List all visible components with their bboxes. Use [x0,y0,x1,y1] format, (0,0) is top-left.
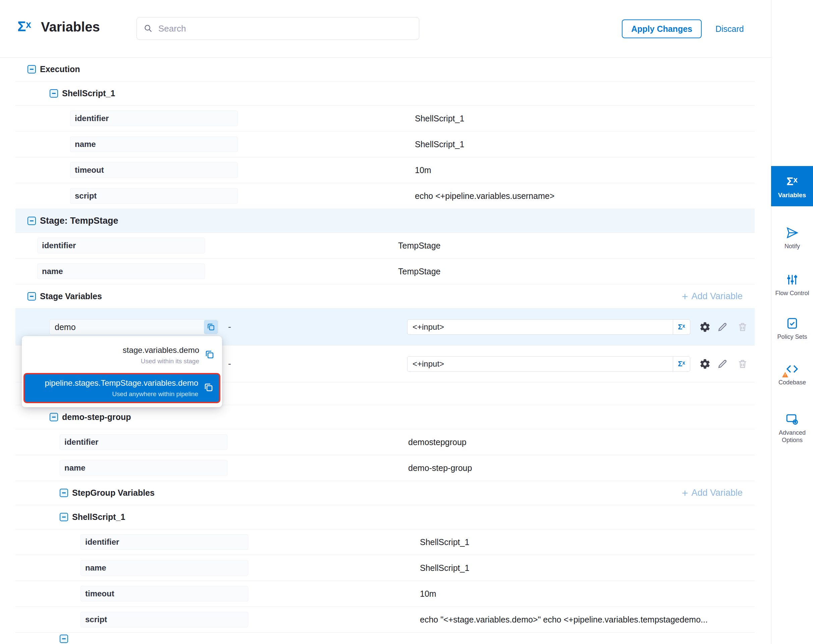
copy-icon[interactable] [204,382,214,394]
field-name: script [80,612,248,627]
codebase-icon: ! [785,362,799,376]
delete-icon[interactable] [736,358,749,370]
edit-icon[interactable] [716,358,729,370]
group-row: ShellScript_1 [15,81,755,106]
field-name: identifier [80,534,248,550]
reference-scope: Used anywhere within pipeline [44,390,198,398]
flow-icon [786,273,799,287]
runtime-input-icon[interactable]: Σˣ [673,357,690,371]
sidebar-item-policy-sets[interactable]: Policy Sets [772,316,813,340]
minus-glyph [30,69,34,70]
collapse-icon[interactable] [60,635,68,643]
group-row: Execution [15,57,755,81]
collapse-icon[interactable] [28,65,36,74]
collapse-icon[interactable] [50,89,58,98]
sidebar-item-advanced-options[interactable]: Advanced Options [772,412,813,444]
reference-path: stage.variables.demo [123,345,199,355]
search-box[interactable] [137,17,419,40]
add-variable-button[interactable]: +Add Variable [682,284,742,308]
sidebar-item-codebase[interactable]: !Codebase [772,362,813,386]
required-separator: - [228,345,231,382]
group-row: ShellScript_1 [15,505,755,529]
plus-icon: + [682,291,688,302]
field-row: identifierdemostepgroup [15,429,755,455]
group-label: ShellScript_1 [62,89,115,98]
variable-value-text: <+input> [408,322,673,332]
group-label: Execution [40,64,80,74]
sidebar-item-label: Flow Control [775,290,809,297]
variable-reference-item[interactable]: stage.variables.demo Used within its sta… [22,340,222,370]
variables-logo-icon: Σˣ [17,20,31,34]
delete-icon[interactable] [736,321,749,333]
collapse-icon[interactable] [28,292,36,301]
stage-header-row: Stage: TempStage [15,209,755,233]
field-value: ShellScript_1 [420,555,469,581]
sidebar-item-label: Codebase [778,379,806,386]
search-icon [144,24,153,33]
field-name: identifier [60,434,227,450]
sidebar-item-label: Variables [778,192,806,199]
sidebar-item-label: Advanced Options [774,429,810,444]
group-row [15,633,755,644]
field-value: echo <+pipeline.variables.username> [415,183,554,209]
variable-value-input[interactable]: <+input>Σˣ [407,319,690,335]
field-value: TempStage [398,233,440,258]
field-name: name [37,264,205,279]
field-row: nameShellScript_1 [15,132,755,157]
sidebar-item-label: Notify [784,242,800,250]
minus-glyph [62,492,66,494]
collapse-icon[interactable] [50,413,58,421]
group-label: Stage Variables [40,291,102,301]
sidebar-item-notify[interactable]: Notify [772,226,813,250]
sidebar-item-variables[interactable]: ΣˣVariables [771,166,813,206]
collapse-icon[interactable] [60,513,68,521]
sidebar-item-flow-control[interactable]: Flow Control [772,273,813,297]
field-row: identifierShellScript_1 [15,106,755,132]
variable-reference-item-selected[interactable]: pipeline.stages.TempStage.variables.demo… [23,373,220,403]
group-row: Stage Variables+Add Variable [15,284,755,308]
group-label: demo-step-group [62,412,131,422]
field-name: script [70,188,238,204]
variable-name-input[interactable]: demo [49,319,219,335]
field-row: identifierShellScript_1 [15,529,755,555]
add-variable-label: Add Variable [691,291,742,302]
group-row: demo-step-group [15,405,755,429]
sigma-icon: Σˣ [787,174,798,188]
collapse-icon[interactable] [60,489,68,497]
copy-icon[interactable] [205,350,215,361]
field-value: ShellScript_1 [415,132,464,157]
add-variable-button[interactable]: +Add Variable [682,481,742,505]
runtime-input-icon[interactable]: Σˣ [673,320,690,334]
variables-panel: Σˣ Variables Apply Changes Discard Execu… [0,0,813,644]
search-input[interactable] [158,23,394,34]
field-row: nameShellScript_1 [15,555,755,581]
header: Σˣ Variables Apply Changes Discard [0,0,771,58]
field-value: echo "<+stage.variables.demo>" echo <+pi… [420,607,708,632]
collapse-icon[interactable] [28,217,36,225]
field-name: name [70,136,238,152]
field-value: ShellScript_1 [415,106,464,131]
edit-icon[interactable] [716,321,729,333]
group-label: StepGroup Variables [72,488,155,498]
field-row: namedemo-step-group [15,455,755,481]
variable-value-input[interactable]: <+input>Σˣ [407,356,690,372]
field-row: identifierTempStage [15,233,755,259]
field-name: name [80,560,248,576]
reference-scope: Used within its stage [123,357,199,365]
field-name: timeout [80,586,248,601]
page-title: Variables [41,19,100,35]
minus-glyph [30,296,34,297]
field-value: demostepgroup [408,429,466,455]
settings-icon[interactable] [699,321,711,333]
advanced-icon [785,412,799,426]
field-value: demo-step-group [408,455,472,481]
group-label: Stage: TempStage [40,216,118,226]
field-name: identifier [37,238,205,253]
right-rail: ΣˣVariablesNotifyFlow ControlPolicy Sets… [771,0,813,644]
discard-button[interactable]: Discard [715,24,744,34]
copy-icon[interactable] [204,320,218,334]
field-value: TempStage [398,259,440,284]
settings-icon[interactable] [699,358,711,370]
apply-changes-button[interactable]: Apply Changes [622,20,702,38]
variable-value-text: <+input> [408,359,673,369]
